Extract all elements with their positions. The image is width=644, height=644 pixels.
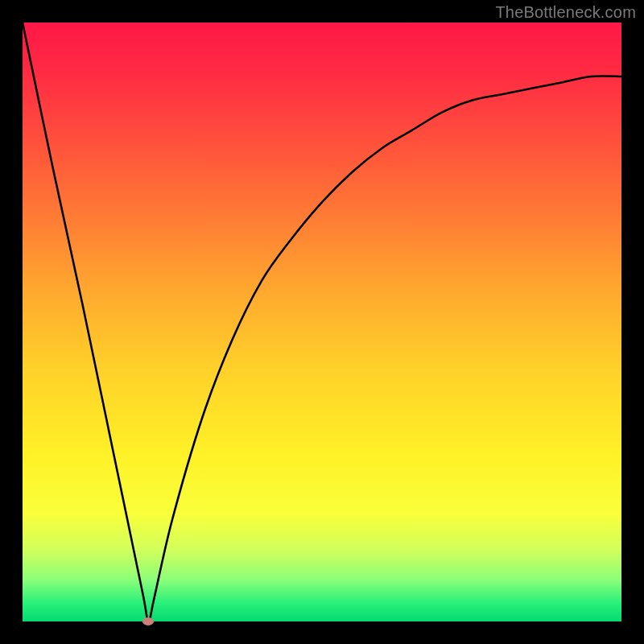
plot-area [23,23,621,621]
bottleneck-curve [23,23,621,621]
chart-frame: TheBottleneck.com [0,0,644,644]
optimum-marker [142,617,154,625]
attribution-text: TheBottleneck.com [495,3,636,22]
curve-path [23,23,621,621]
